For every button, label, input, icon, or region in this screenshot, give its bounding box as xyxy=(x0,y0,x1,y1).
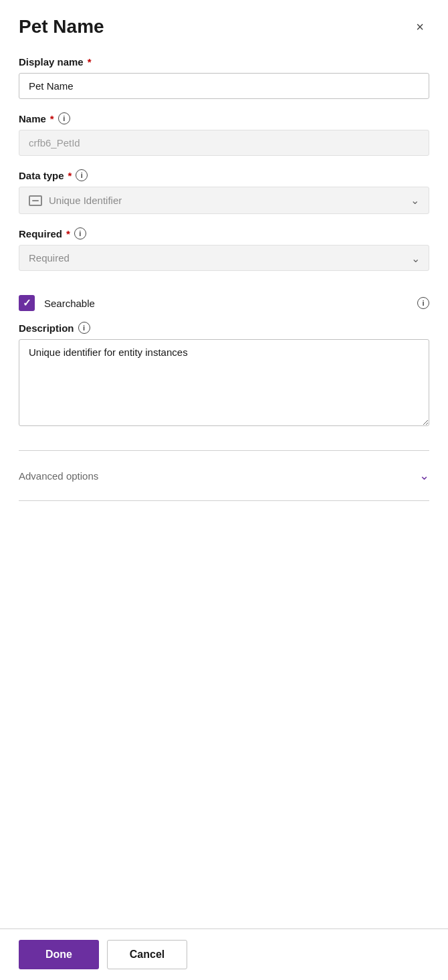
searchable-info-icon[interactable]: i xyxy=(417,297,429,309)
required-required: * xyxy=(66,228,70,239)
data-type-value: Unique Identifier xyxy=(49,195,404,206)
description-info-icon[interactable]: i xyxy=(78,322,90,334)
panel-title: Pet Name xyxy=(19,16,104,37)
panel-header: Pet Name × xyxy=(19,16,429,37)
display-name-required: * xyxy=(88,56,92,68)
advanced-options-chevron-icon: ⌄ xyxy=(419,468,429,483)
display-name-input[interactable] xyxy=(19,73,429,99)
searchable-checkbox[interactable]: ✓ xyxy=(19,295,35,311)
data-type-required: * xyxy=(68,170,72,181)
description-group: Description i Unique identifier for enti… xyxy=(19,322,429,429)
panel: Pet Name × Display name * Name * i Data … xyxy=(0,0,448,928)
divider-bottom xyxy=(19,500,429,501)
checkmark-icon: ✓ xyxy=(23,297,31,309)
display-name-label: Display name * xyxy=(19,56,429,68)
searchable-label: Searchable xyxy=(44,298,408,309)
data-type-icon xyxy=(29,195,42,206)
footer: Done Cancel xyxy=(0,928,448,980)
searchable-row: ✓ Searchable i xyxy=(19,284,429,322)
data-type-select[interactable]: Unique Identifier ⌄ xyxy=(19,187,429,214)
description-textarea[interactable]: Unique identifier for entity instances xyxy=(19,339,429,426)
required-group: Required * i Required ⌄ xyxy=(19,227,429,271)
required-label: Required * i xyxy=(19,227,429,239)
data-type-chevron-icon: ⌄ xyxy=(411,194,419,207)
data-type-group: Data type * i Unique Identifier ⌄ xyxy=(19,169,429,214)
spacer xyxy=(19,509,429,928)
divider-top xyxy=(19,450,429,451)
data-type-label: Data type * i xyxy=(19,169,429,181)
name-required: * xyxy=(50,113,54,124)
close-button[interactable]: × xyxy=(411,17,429,36)
advanced-options-label: Advanced options xyxy=(19,470,98,482)
description-label: Description i xyxy=(19,322,429,334)
data-type-info-icon[interactable]: i xyxy=(76,169,88,181)
required-select-wrapper: Required ⌄ xyxy=(19,245,429,271)
required-info-icon[interactable]: i xyxy=(74,227,86,239)
required-select[interactable]: Required xyxy=(19,245,429,271)
advanced-options-row[interactable]: Advanced options ⌄ xyxy=(19,459,429,492)
cancel-button[interactable]: Cancel xyxy=(107,940,187,969)
name-input xyxy=(19,130,429,156)
done-button[interactable]: Done xyxy=(19,940,99,969)
display-name-group: Display name * xyxy=(19,56,429,99)
name-group: Name * i xyxy=(19,112,429,156)
name-label: Name * i xyxy=(19,112,429,124)
name-info-icon[interactable]: i xyxy=(58,112,70,124)
